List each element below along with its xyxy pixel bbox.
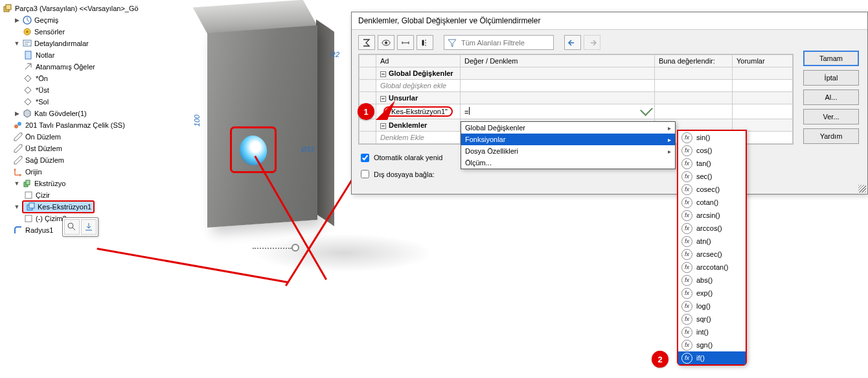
help-button[interactable]: Yardım	[803, 128, 859, 144]
tree-root[interactable]: Parça3 (Varsayılan) <<Varsayılan>_Gö	[0, 3, 155, 14]
svg-point-15	[68, 223, 73, 228]
undo-button[interactable]	[564, 35, 581, 50]
tree-view-front[interactable]: *Ön	[0, 73, 155, 84]
fn-item-sqr[interactable]: fxsqr()	[678, 313, 746, 325]
collapse-icon[interactable]: −	[380, 123, 386, 129]
fn-item-cosec[interactable]: fxcosec()	[678, 183, 746, 196]
dim-radius[interactable]: R2	[330, 51, 339, 58]
import-button[interactable]: Al...	[803, 89, 859, 105]
view-eye-button[interactable]	[378, 35, 394, 50]
view-icon	[23, 73, 34, 84]
collapse-icon[interactable]: −	[380, 71, 386, 77]
tree-history[interactable]: ▶Geçmiş	[0, 14, 155, 26]
expander-icon[interactable]: ▼	[13, 203, 21, 211]
filter-field[interactable]	[460, 38, 544, 47]
fn-item-atn[interactable]: fxatn()	[678, 235, 746, 248]
sketch-icon	[23, 213, 34, 224]
ok-button[interactable]: Tamam	[803, 51, 859, 66]
expander-icon[interactable]: ▼	[13, 180, 21, 187]
filter-input[interactable]	[444, 35, 554, 50]
tree-material[interactable]: 201 Tavlı Paslanmaz Çelik (SS)	[0, 119, 155, 131]
tree-sketch1[interactable]: Çizir	[0, 189, 155, 201]
tree-root-label: Parça3 (Varsayılan) <<Varsayılan>_Gö	[15, 5, 139, 12]
solid-icon	[22, 108, 32, 119]
tree-extrude[interactable]: ▼Ekstrüzyo	[0, 178, 155, 189]
functions-popup[interactable]: fxsin()fxcos()fxtan()fxsec()fxcosec()fxc…	[677, 130, 747, 366]
tree-notes[interactable]: Notlar	[0, 49, 155, 61]
col-name[interactable]: Ad	[376, 55, 461, 67]
col-eval[interactable]: Buna değerlendir:	[655, 55, 733, 67]
svg-point-7	[14, 124, 18, 128]
popup-item-functions[interactable]: Fonksiyonlar▸	[461, 134, 675, 145]
dim-height[interactable]: 100	[193, 115, 201, 126]
popup-item-globals[interactable]: Global Değişkenler▸	[461, 122, 675, 134]
category-popup[interactable]: Global Değişkenler▸ Fonksiyonlar▸ Dosya …	[461, 121, 676, 169]
view-ordered-button[interactable]	[417, 35, 433, 50]
zoom-fit-button[interactable]	[64, 219, 80, 235]
fn-item-exp[interactable]: fxexp()	[678, 287, 746, 300]
rollback-bar[interactable]	[253, 248, 291, 249]
fn-item-arccotan[interactable]: fxarccotan()	[678, 261, 746, 274]
fn-item-cotan[interactable]: fxcotan()	[678, 196, 746, 209]
fn-item-arcsin[interactable]: fxarcsin()	[678, 209, 746, 222]
fn-item-arcsec[interactable]: fxarcsec()	[678, 248, 746, 261]
dialog-title: Denklemler, Global Değişkenler ve Ölçüml…	[352, 12, 867, 30]
tree-plane-front[interactable]: Ön Düzlem	[0, 131, 155, 143]
export-button[interactable]: Ver...	[803, 109, 859, 124]
tree-origin[interactable]: Orijin	[0, 166, 155, 178]
add-equation-hint[interactable]: Denklem Ekle	[376, 132, 461, 144]
arrowhead-icon	[376, 100, 395, 120]
tree-view-top[interactable]: *Üst	[0, 84, 155, 96]
annotations-icon	[22, 38, 32, 49]
fn-item-sgn[interactable]: fxsgn()	[678, 338, 746, 351]
section-globals[interactable]: −Global Değişkenler	[376, 67, 461, 80]
fx-icon: fx	[681, 301, 692, 312]
expander-icon[interactable]: ▶	[13, 16, 21, 24]
selected-feature[interactable]: Kes-Ekstrüzyon1	[22, 200, 95, 213]
view-sigma-button[interactable]	[358, 35, 375, 50]
dim-diameter[interactable]: Ø15	[301, 145, 315, 153]
redo-button[interactable]	[584, 35, 600, 50]
fn-item-log[interactable]: fxlog()	[678, 300, 746, 313]
view-dim-button[interactable]	[397, 35, 414, 50]
tree-solidbodies[interactable]: ▶Katı Gövdeler(1)	[0, 108, 155, 119]
svg-rect-5	[23, 40, 31, 46]
tree-unassigned[interactable]: Atanmamış Öğeler	[0, 61, 155, 73]
svg-marker-16	[376, 100, 395, 120]
feature-equation-cell[interactable]: =	[461, 104, 655, 119]
fn-item-tan[interactable]: fxtan()	[678, 157, 746, 170]
col-value[interactable]: Değer / Denklem	[461, 55, 655, 67]
auto-rebuild-checkbox[interactable]: Otomatik olarak yenid	[358, 152, 442, 164]
tree-sensors[interactable]: Sensörler	[0, 26, 155, 38]
notes-icon	[23, 50, 34, 60]
tree-cut-extrude[interactable]: ▼ Kes-Ekstrüzyon1	[0, 201, 155, 213]
fn-item-abs[interactable]: fxabs()	[678, 274, 746, 287]
rollback-handle[interactable]	[291, 244, 299, 252]
plane-icon	[13, 143, 23, 154]
fn-item-cos[interactable]: fxcos()	[678, 144, 746, 157]
popup-item-fileprops[interactable]: Dosya Özellikleri▸	[461, 145, 675, 157]
tree-plane-top[interactable]: Üst Düzlem	[0, 143, 155, 154]
tree-plane-right[interactable]: Sağ Düzlem	[0, 154, 155, 166]
cancel-button[interactable]: İptal	[803, 70, 859, 86]
resize-grip[interactable]	[858, 185, 866, 193]
fn-item-if[interactable]: fxif()	[678, 351, 746, 364]
tree-annotations[interactable]: ▼Detaylandırmalar	[0, 38, 155, 49]
context-toolbar[interactable]	[62, 217, 98, 237]
fn-item-sec[interactable]: fxsec()	[678, 170, 746, 183]
fx-icon: fx	[681, 132, 692, 143]
section-equations[interactable]: −Denklemler	[376, 119, 461, 132]
expander-icon[interactable]: ▼	[13, 40, 21, 47]
popup-item-measure[interactable]: Ölçüm...	[461, 157, 675, 169]
fn-item-arccos[interactable]: fxarccos()	[678, 222, 746, 235]
tree-view-left[interactable]: *Sol	[0, 96, 155, 108]
normal-to-button[interactable]	[81, 219, 97, 235]
fn-item-sin[interactable]: fxsin()	[678, 131, 746, 144]
unassigned-icon	[23, 62, 34, 72]
feature-tree[interactable]: Parça3 (Varsayılan) <<Varsayılan>_Gö ▶Ge…	[0, 0, 155, 378]
col-comment[interactable]: Yorumlar	[733, 55, 793, 67]
add-global-hint[interactable]: Global değişken ekle	[376, 80, 461, 92]
fn-item-int[interactable]: fxint()	[678, 325, 746, 338]
expander-icon[interactable]: ▶	[13, 110, 21, 117]
link-external-checkbox[interactable]: Dış dosyaya bağla:	[358, 168, 861, 180]
